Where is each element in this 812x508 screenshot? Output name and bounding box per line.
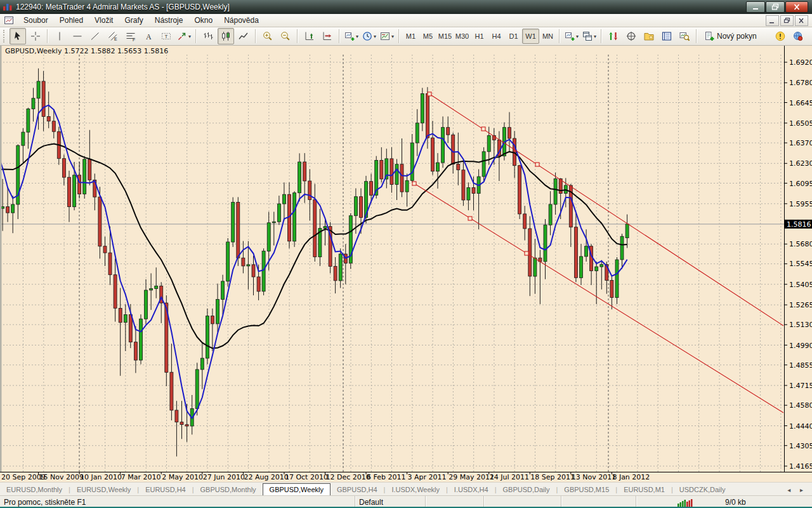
timeframe-m5-button[interactable]: M5 xyxy=(419,29,436,44)
timeframe-h1-button[interactable]: H1 xyxy=(471,29,488,44)
dropdown-arrow-icon[interactable]: ▾ xyxy=(391,34,394,39)
chart-tab-gbpusd-m15[interactable]: GBPUSD,M15 xyxy=(558,485,615,495)
chart-tab-i-usdx-weekly[interactable]: I.USDX,Weekly xyxy=(385,485,446,495)
svg-text:1.4715: 1.4715 xyxy=(789,382,812,390)
navigator-button[interactable] xyxy=(641,28,657,44)
chart-tab-eurusd-weekly[interactable]: EURUSD,Weekly xyxy=(70,485,137,495)
chart-tab-gbpusd-monthly[interactable]: GBPUSD,Monthly xyxy=(194,485,263,495)
svg-text:7 Mar 2010: 7 Mar 2010 xyxy=(121,473,161,481)
text-button[interactable]: A xyxy=(140,28,157,44)
timeframe-m1-button[interactable]: M1 xyxy=(402,29,419,44)
minimize-button[interactable] xyxy=(746,1,765,13)
chart-tab-gbpusd-weekly[interactable]: GBPUSD,Weekly xyxy=(263,483,331,495)
chart-tab-eurusd-h4[interactable]: EURUSD,H4 xyxy=(139,485,192,495)
newchart-icon xyxy=(344,31,355,41)
line-chart-button[interactable] xyxy=(235,28,252,44)
chart-shift-button[interactable] xyxy=(319,28,336,44)
svg-text:27 Jun 2010: 27 Jun 2010 xyxy=(203,473,245,481)
timeframe-h4-button[interactable]: H4 xyxy=(488,29,505,44)
dropdown-arrow-icon[interactable]: ▾ xyxy=(594,34,596,39)
price-axis: 1.69201.67801.66451.65051.63701.62301.60… xyxy=(785,58,812,471)
timeframe-mn-button[interactable]: MN xyxy=(539,29,556,44)
timeframe-m30-button[interactable]: M30 xyxy=(454,29,471,44)
svg-text:T: T xyxy=(165,34,168,39)
crosshair-icon xyxy=(30,31,41,41)
new-chart-button[interactable]: ▾ xyxy=(343,28,360,44)
dropdown-arrow-icon[interactable]: ▾ xyxy=(356,34,358,39)
bar-chart-button[interactable] xyxy=(200,28,216,44)
svg-text:6 Feb 2011: 6 Feb 2011 xyxy=(367,473,405,481)
shapes-icon xyxy=(177,31,187,41)
cursor-button[interactable] xyxy=(10,28,26,44)
terminal-button[interactable] xyxy=(658,28,675,44)
chart-canvas[interactable]: 1.69201.67801.66451.65051.63701.62301.60… xyxy=(0,46,812,482)
crosshair-button[interactable] xyxy=(27,28,44,44)
menu-item-vloit[interactable]: Vložit xyxy=(89,15,119,26)
app-logo-icon xyxy=(3,2,13,12)
svg-text:1.4305: 1.4305 xyxy=(789,442,812,450)
title-bar[interactable]: 122940: MetaTrader 4 Admiral Markets AS … xyxy=(0,0,812,14)
zoom-out-button[interactable] xyxy=(277,28,294,44)
candlestick-chart-button[interactable] xyxy=(218,28,234,44)
close-button[interactable] xyxy=(785,1,808,13)
chart-tab-gbpusd-daily[interactable]: GBPUSD,Daily xyxy=(497,485,556,495)
svg-text:1.5955: 1.5955 xyxy=(789,200,812,208)
chart-tab-gbpusd-h4[interactable]: GBPUSD,H4 xyxy=(331,485,384,495)
menu-items: SouborPohledVložitGrafyNástrojeOknoNápov… xyxy=(18,16,265,25)
strategy-tester-button[interactable] xyxy=(676,28,693,44)
chart-tab-eurusd-m1[interactable]: EURUSD,M1 xyxy=(617,485,671,495)
menu-item-grafy[interactable]: Grafy xyxy=(119,15,148,26)
horizontal-line-button[interactable] xyxy=(69,28,86,44)
chart-tab-bar: EURUSD,Monthly|EURUSD,Weekly|EURUSD,H4|G… xyxy=(0,482,812,495)
equidistant-channel-button[interactable]: E xyxy=(105,28,121,44)
mql-community-button[interactable] xyxy=(790,28,806,44)
dropdown-arrow-icon[interactable]: ▾ xyxy=(374,34,376,39)
alert-button[interactable] xyxy=(772,28,789,44)
market-watch-button[interactable] xyxy=(605,28,622,44)
new-order-button[interactable]: Nový pokyn xyxy=(700,28,761,44)
chart-tab-usdczk-daily[interactable]: USDCZK,Daily xyxy=(673,485,732,495)
data-window-button[interactable] xyxy=(623,28,639,44)
arrows-button[interactable]: ▾ xyxy=(176,28,192,44)
svg-text:2 May 2010: 2 May 2010 xyxy=(162,473,203,481)
mdi-restore-button[interactable] xyxy=(780,15,794,26)
timeframe-w1-button[interactable]: W1 xyxy=(522,29,539,44)
chart-tab-eurusd-monthly[interactable]: EURUSD,Monthly xyxy=(0,485,69,495)
tester-icon xyxy=(679,31,690,41)
status-traffic: 9/0 kb xyxy=(725,498,746,507)
svg-text:1.5545: 1.5545 xyxy=(789,260,812,268)
svg-text:1.6230: 1.6230 xyxy=(789,159,812,168)
auto-scroll-button[interactable] xyxy=(301,28,318,44)
new-chart-window-button[interactable]: ▾ xyxy=(563,28,580,44)
toolbar-separator xyxy=(195,29,197,43)
mdi-close-button[interactable] xyxy=(795,15,808,26)
mdi-controls xyxy=(764,15,811,26)
templates-button[interactable]: ▾ xyxy=(379,28,395,44)
text-label-button[interactable]: T xyxy=(158,28,174,44)
restore-button[interactable] xyxy=(766,1,785,13)
mdi-minimize-button[interactable] xyxy=(766,15,779,26)
fibonacci-retracement-button[interactable]: F xyxy=(122,28,139,44)
timeframe-m15-button[interactable]: M15 xyxy=(436,29,454,44)
menu-item-npovda[interactable]: Nápověda xyxy=(218,15,265,26)
vertical-line-button[interactable] xyxy=(51,28,68,44)
svg-text:12 Dec 2010: 12 Dec 2010 xyxy=(326,473,370,481)
svg-text:1.5130: 1.5130 xyxy=(789,321,812,329)
tab-scroll-arrows[interactable]: ◂ ▸ xyxy=(787,486,812,495)
menu-item-pohled[interactable]: Pohled xyxy=(54,15,89,26)
datawindow-icon xyxy=(626,31,636,41)
zoom-in-button[interactable] xyxy=(259,28,276,44)
trendline-button[interactable] xyxy=(87,28,103,44)
chart-tab-i-usdx-h4[interactable]: I.USDX,H4 xyxy=(448,485,495,495)
svg-text:8 Jan 2012: 8 Jan 2012 xyxy=(612,473,650,481)
menu-item-soubor[interactable]: Soubor xyxy=(18,15,54,26)
menu-item-okno[interactable]: Okno xyxy=(188,15,218,26)
menu-item-nstroje[interactable]: Nástroje xyxy=(149,15,189,26)
timeframe-d1-button[interactable]: D1 xyxy=(505,29,522,44)
dropdown-arrow-icon[interactable]: ▾ xyxy=(188,34,191,39)
shift-icon xyxy=(322,31,332,41)
svg-text:24 Jul 2011: 24 Jul 2011 xyxy=(490,473,529,481)
tile-windows-button[interactable]: ▾ xyxy=(581,28,598,44)
dropdown-arrow-icon[interactable]: ▾ xyxy=(576,34,579,39)
periodicity-button[interactable]: ▾ xyxy=(361,28,377,44)
